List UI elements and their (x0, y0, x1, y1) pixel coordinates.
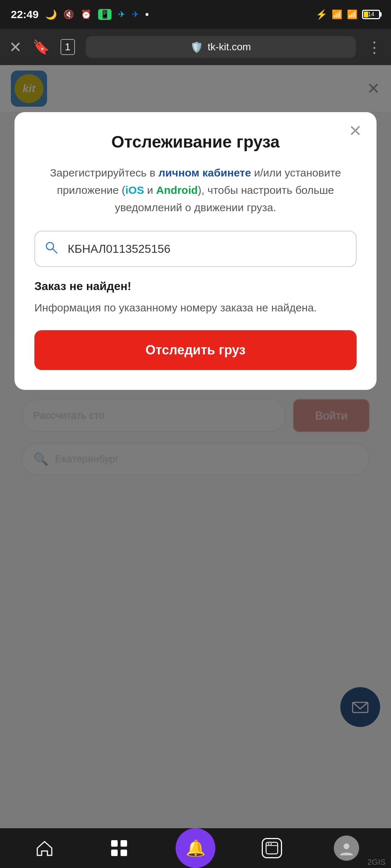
modal-desc-text1: Зарегистрируйтесь в (50, 167, 159, 179)
svg-point-10 (344, 843, 349, 849)
status-bar-left: 22:49 🌙 🔇 ⏰ 📱 ✈ ✈ (11, 8, 148, 21)
svg-rect-4 (121, 840, 127, 847)
signal-icon: 📶 (332, 9, 342, 20)
mute-icon: 🔇 (63, 9, 74, 20)
modal-description: Зарегистрируйтесь в личном кабинете и/ил… (34, 164, 357, 216)
page-background: kit ✕ Международные перевозки 8 800-250-… (0, 65, 391, 828)
url-shield-icon: 🛡️ (190, 41, 203, 53)
browser-url-bar[interactable]: 🛡️ tk-kit.com (86, 36, 356, 58)
tracking-modal: ✕ Отслеживание груза Зарегистрируйтесь в… (14, 112, 377, 390)
tracking-search-input[interactable] (34, 231, 357, 267)
battery-tip (380, 12, 382, 17)
svg-point-8 (268, 843, 269, 845)
svg-point-9 (270, 843, 272, 845)
nav-home-button[interactable] (26, 830, 63, 866)
browser-bar: ✕ 🔖 1 🛡️ tk-kit.com ⋮ (0, 29, 391, 65)
svg-line-2 (53, 249, 57, 253)
svg-rect-7 (266, 842, 278, 854)
telegram2-icon: ✈ (132, 9, 139, 20)
modal-overlay: ✕ Отслеживание груза Зарегистрируйтесь в… (0, 65, 391, 828)
modal-close-button[interactable]: ✕ (349, 123, 362, 139)
profile-icon (334, 835, 359, 861)
nav-profile-button[interactable] (328, 830, 365, 866)
status-time: 22:49 (11, 8, 39, 21)
error-title: Заказ не найден! (34, 280, 357, 293)
dot-icon (146, 13, 148, 16)
nav-browser-button[interactable] (254, 830, 290, 866)
apps-icon (110, 839, 129, 858)
svg-rect-6 (121, 850, 127, 856)
svg-rect-3 (111, 840, 118, 847)
nav-bar: 🔔 2GIS (0, 828, 391, 868)
browser-url-text: tk-kit.com (207, 41, 251, 53)
battery-icon: 14 (362, 10, 380, 19)
nav-2gis-label: 2GIS (367, 858, 386, 867)
status-bar: 22:49 🌙 🔇 ⏰ 📱 ✈ ✈ ⚡ 📶 📶 14 (0, 0, 391, 29)
modal-search-icon (45, 241, 58, 257)
modal-ios-link[interactable]: iOS (125, 184, 144, 196)
battery-level: 14 (368, 11, 374, 18)
nav-apps-button[interactable] (101, 830, 137, 866)
browser-close-button[interactable]: ✕ (9, 38, 22, 56)
modal-personal-cabinet-link[interactable]: личном кабинете (158, 167, 251, 179)
moon-icon: 🌙 (45, 9, 57, 20)
browser-menu-button[interactable]: ⋮ (367, 38, 382, 56)
nav-center-icon: 🔔 (186, 839, 206, 858)
modal-android-link[interactable]: Android (156, 184, 198, 196)
browser-tab-button[interactable]: 1 (60, 39, 75, 55)
home-icon (34, 838, 55, 858)
bluetooth-icon: ⚡ (316, 9, 327, 20)
browser-icon (262, 838, 282, 858)
alarm-icon: ⏰ (81, 9, 92, 20)
modal-desc-text3: и (144, 184, 156, 196)
svg-rect-5 (111, 850, 118, 856)
status-bar-right: ⚡ 📶 📶 14 (316, 9, 380, 20)
telegram-icon: ✈ (118, 9, 125, 20)
wifi-icon: 📶 (347, 9, 358, 20)
browser-bookmark-button[interactable]: 🔖 (33, 39, 50, 55)
modal-title: Отслеживание груза (34, 132, 357, 152)
error-description: Информация по указанному номеру заказа н… (34, 299, 357, 316)
search-container (34, 231, 357, 267)
track-cargo-button[interactable]: Отследить груз (34, 330, 357, 370)
nav-center-button[interactable]: 🔔 (176, 828, 215, 868)
whatsapp-icon: 📱 (98, 9, 112, 20)
